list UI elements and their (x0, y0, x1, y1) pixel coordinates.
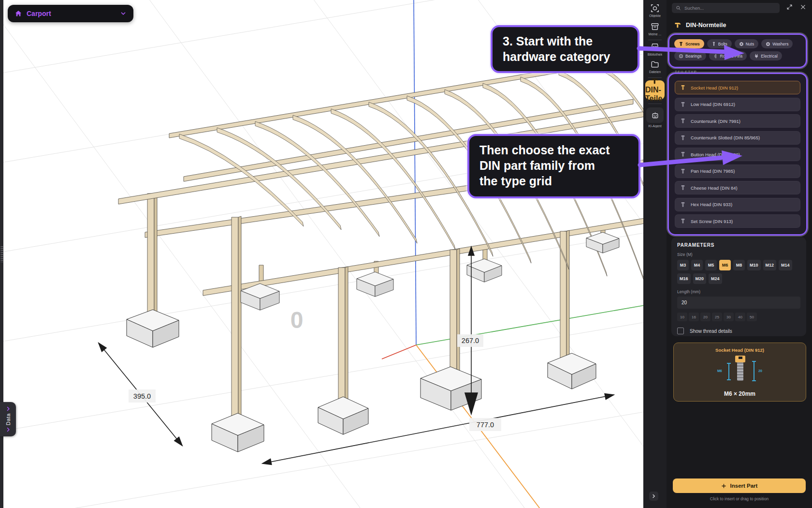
type-row-cheese-head[interactable]: Cheese Head (DIN 84) (675, 181, 800, 194)
screw-icon (680, 118, 686, 124)
screw-icon (680, 202, 686, 208)
length-preset-20[interactable]: 20 (700, 313, 710, 321)
plug-icon (754, 54, 759, 59)
category-chip-bolts[interactable]: Bolts (707, 39, 732, 48)
category-chip-bearings[interactable]: Bearings (674, 51, 706, 60)
archive-box-icon (651, 22, 659, 31)
toolbar-item-bibliothek[interactable]: Bibliothek (648, 43, 662, 56)
project-selector[interactable]: Carport (8, 5, 133, 22)
chevron-right-icon (651, 493, 656, 499)
concrete-footings-front (127, 310, 596, 452)
preview-caption: M6 × 20mm (674, 390, 806, 397)
robot-icon (651, 111, 659, 120)
size-chip-m5[interactable]: M5 (705, 260, 717, 270)
z-axis-blue (414, 0, 416, 345)
size-chip-m8[interactable]: M8 (733, 260, 745, 270)
viewport-3d[interactable]: 0 (0, 0, 643, 508)
category-chip-nuts[interactable]: Nuts (735, 39, 758, 48)
x-axis-red (382, 345, 416, 359)
collapse-panel-button[interactable] (649, 492, 658, 501)
category-group-highlight: Screws Bolts Nuts Washers Bearings R (668, 33, 807, 68)
parameters-section: PARAMETERS Size (M) M3 M4 M5 M6 M8 M10 M… (671, 237, 806, 336)
checkbox-unchecked[interactable] (677, 328, 684, 334)
size-chip-m3[interactable]: M3 (677, 260, 689, 270)
size-chip-m4[interactable]: M4 (691, 260, 703, 270)
close-panel-icon[interactable] (800, 4, 806, 10)
screw-diagram: M6 20 (674, 355, 806, 385)
bolt-icon (711, 42, 716, 46)
bearing-icon (679, 54, 683, 59)
length-preset-10[interactable]: 10 (677, 313, 687, 321)
din-parts-panel: DIN-Normteile TEILETYP Screws Bolts Nuts… (667, 0, 812, 508)
length-preset-16[interactable]: 16 (689, 313, 699, 321)
toolbar-item-meine[interactable]: Meine ... (649, 22, 662, 36)
toolbar-item-din-teile-active[interactable]: DIN-Teile (645, 80, 665, 100)
nut-icon (739, 42, 744, 46)
length-preset-30[interactable]: 30 (724, 313, 734, 321)
length-preset-40[interactable]: 40 (735, 313, 745, 321)
screw-icon (680, 151, 686, 157)
length-input[interactable] (677, 297, 800, 309)
length-label: Length (mm) (677, 289, 800, 294)
search-field[interactable] (672, 3, 780, 13)
svg-text:777.0: 777.0 (477, 421, 494, 429)
type-row-socket-head[interactable]: Socket Head (DIN 912) (675, 81, 800, 94)
show-thread-details-toggle[interactable]: Show thread details (677, 328, 800, 334)
size-chip-m12[interactable]: M12 (763, 260, 777, 270)
screw-shaft-shape (737, 362, 743, 381)
screw-icon (680, 85, 686, 90)
type-row-button-head[interactable]: Button Head (DIN 7380) (675, 148, 800, 161)
type-row-countersunk-slotted[interactable]: Countersunk Slotted (DIN 85/965) (675, 131, 800, 145)
dimension-bracket-left (728, 363, 729, 380)
storefront-icon (651, 43, 659, 51)
size-chip-m16[interactable]: M16 (677, 273, 691, 284)
length-preset-25[interactable]: 25 (712, 313, 722, 321)
tutorial-callout-2: Then choose the exact DIN part family fr… (467, 134, 640, 198)
object-scan-icon (651, 4, 659, 13)
toolbar-item-dateien[interactable]: Dateien (649, 60, 661, 74)
type-row-countersunk[interactable]: Countersunk (DIN 7991) (675, 114, 800, 128)
type-row-set-screw[interactable]: Set Screw (DIN 913) (675, 214, 800, 228)
size-chip-m24[interactable]: M24 (709, 273, 722, 284)
drag-handle[interactable] (0, 246, 3, 262)
folder-icon (651, 60, 659, 69)
preview-title: Socket Head (DIN 912) (674, 347, 806, 353)
type-row-low-head[interactable]: Low Head (DIN 6912) (675, 98, 800, 111)
toolbar-divider (648, 104, 662, 104)
toolbar-item-objekte[interactable]: Objekte (649, 4, 661, 17)
search-icon (676, 5, 681, 11)
hammer-icon (674, 21, 682, 29)
size-chip-m14[interactable]: M14 (779, 260, 792, 270)
screw-icon (680, 102, 686, 107)
part-preview-card: Socket Head (DIN 912) M6 20 M6 × 20mm (673, 343, 806, 402)
length-preset-50[interactable]: 50 (747, 313, 757, 321)
pergola-structure (118, 60, 643, 452)
chevron-right-icon (5, 406, 11, 412)
category-chip-washers[interactable]: Washers (761, 39, 793, 48)
insert-part-button[interactable]: Insert Part (673, 478, 806, 493)
size-chip-m6-selected[interactable]: M6 (719, 260, 731, 270)
size-chip-m10[interactable]: M10 (747, 260, 761, 270)
size-chip-m20[interactable]: M20 (693, 273, 707, 284)
home-icon (14, 10, 22, 17)
origin-marker-label: 0 (290, 307, 304, 333)
insert-hint-text: Click to insert or drag to position (667, 496, 812, 501)
category-chip-electrical[interactable]: Electrical (750, 51, 782, 60)
category-chip-screws[interactable]: Screws (674, 39, 704, 48)
type-grid-highlight: Socket Head (DIN 912) Low Head (DIN 6912… (667, 73, 808, 236)
expand-panel-icon[interactable] (786, 4, 793, 10)
screw-icon (679, 42, 683, 46)
app-window: 0 (0, 0, 812, 508)
search-input[interactable] (684, 5, 776, 11)
dimension-label-width: 395.0 (129, 389, 156, 403)
toolbar-item-ki-agent[interactable]: KI-Agent (646, 107, 664, 128)
type-row-pan-head[interactable]: Pan Head (DIN 7985) (675, 164, 800, 178)
screw-icon (651, 77, 659, 85)
dimension-bracket-right (754, 361, 754, 381)
toolbar-divider (648, 40, 662, 40)
side-toolbar: Objekte Meine ... Bibliothek Dateien DIN… (643, 0, 667, 508)
category-chip-rods-pins[interactable]: Rods & Pins (709, 51, 747, 60)
data-panel-tab[interactable]: Data (0, 402, 16, 436)
parameters-heading: PARAMETERS (677, 242, 800, 248)
type-row-hex-head[interactable]: Hex Head (DIN 933) (675, 198, 800, 211)
